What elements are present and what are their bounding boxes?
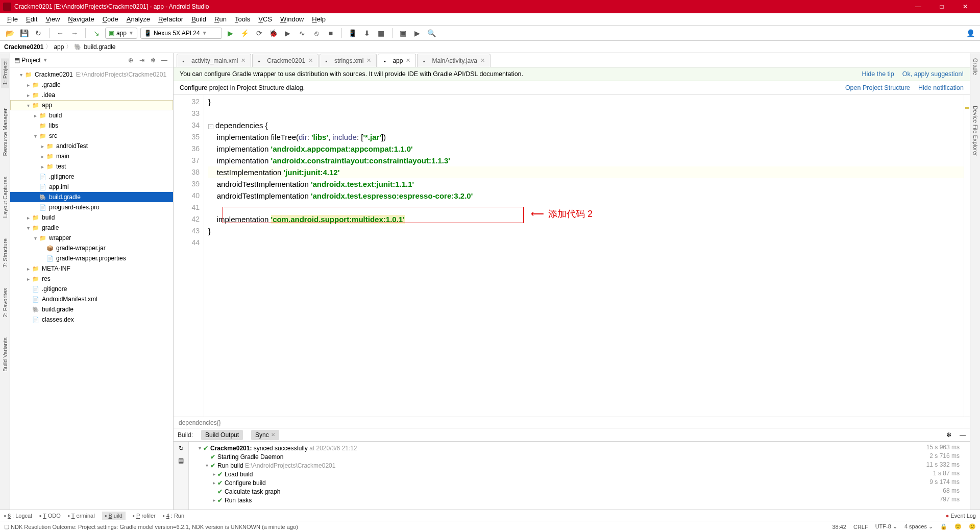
tree-node[interactable]: 📁libs (10, 120, 173, 131)
tree-node[interactable]: 📄gradle-wrapper.properties (10, 253, 173, 263)
build-node[interactable]: ✔Starting Gradle Daemon (189, 452, 914, 461)
tool-build-variants[interactable]: Build Variants (2, 337, 8, 372)
sdk-manager-icon[interactable]: ⬇ (361, 28, 373, 39)
project-tree[interactable]: ▾📁Crackme0201E:\AndroidProjects\Crackme0… (10, 67, 173, 510)
sync-icon[interactable]: ↻ (33, 28, 44, 39)
close-icon[interactable]: ✕ (366, 57, 371, 64)
menu-navigate[interactable]: Navigate (65, 14, 97, 24)
menu-code[interactable]: Code (100, 14, 121, 24)
device-selector[interactable]: 📱 Nexus 5X API 24 ▼ (140, 28, 222, 39)
encoding-selector[interactable]: UTF-8 ⌄ (875, 523, 897, 530)
tree-node[interactable]: ▸📁androidTest (10, 141, 173, 151)
project-view-selector[interactable]: Project (21, 57, 40, 64)
layout-inspector-icon[interactable]: ▣ (398, 28, 409, 39)
resource-manager-icon[interactable]: ▦ (376, 28, 387, 39)
bottom-tab-6-logcat[interactable]: ▪ 6: Logcat (4, 513, 32, 519)
hide-tip-link[interactable]: Hide the tip (862, 70, 894, 78)
coverage-icon[interactable]: ▶ (282, 28, 293, 39)
tool-7-structure[interactable]: 7: Structure (2, 238, 8, 268)
stop-icon[interactable]: ■ (325, 28, 336, 39)
apply-code-icon[interactable]: ⟳ (254, 28, 265, 39)
apply-suggestion-link[interactable]: Ok, apply suggestion! (902, 70, 964, 78)
menu-edit[interactable]: Edit (23, 14, 40, 24)
menu-file[interactable]: File (4, 14, 21, 24)
tree-node[interactable]: ▾📁Crackme0201E:\AndroidProjects\Crackme0… (10, 69, 173, 80)
tree-node[interactable]: 📄AndroidManifest.xml (10, 294, 173, 304)
error-stripe[interactable] (964, 95, 970, 417)
user-icon[interactable]: 👤 (965, 28, 976, 39)
build-node[interactable]: ▸✔Load build (189, 470, 914, 478)
build-tree[interactable]: ▾✔Crackme0201: synced successfully at 20… (189, 442, 914, 510)
close-icon[interactable]: ✕ (406, 57, 410, 64)
event-log-tab[interactable]: ● Event Log (946, 513, 976, 519)
editor-tab[interactable]: ▪Crackme0201✕ (252, 54, 318, 67)
editor-tab[interactable]: ▪app✕ (378, 54, 416, 67)
tool-gradle[interactable]: Gradle (972, 58, 978, 75)
tree-node[interactable]: 📄app.iml (10, 182, 173, 192)
tool-layout-captures[interactable]: Layout Captures (2, 177, 8, 218)
filter-icon[interactable]: ▤ (178, 457, 184, 464)
tree-node[interactable]: 🐘build.gradle (10, 192, 173, 202)
build-icon[interactable]: ↘ (91, 28, 102, 39)
cursor-position[interactable]: 38:42 (832, 524, 846, 530)
close-button[interactable]: ✕ (953, 0, 977, 13)
menu-view[interactable]: View (42, 14, 63, 24)
tool-device-file-explorer[interactable]: Device File Explorer (972, 106, 978, 156)
search-icon[interactable]: 🔍 (426, 28, 437, 39)
close-icon[interactable]: ✕ (480, 57, 485, 64)
face-icon[interactable]: 🙂 (954, 523, 962, 530)
menu-tools[interactable]: Tools (232, 14, 253, 24)
run-icon[interactable]: ▶ (225, 28, 236, 39)
settings-icon[interactable]: ✻ (946, 431, 951, 439)
debug-icon[interactable]: 🐞 (268, 28, 279, 39)
tree-node[interactable]: 📄proguard-rules.pro (10, 202, 173, 212)
bottom-tab-terminal[interactable]: ▪ Terminal (68, 513, 95, 519)
tree-node[interactable]: 📄.gitignore (10, 284, 173, 294)
tool-2-favorites[interactable]: 2: Favorites (2, 288, 8, 317)
hide-notification-link[interactable]: Hide notification (918, 84, 964, 91)
build-node[interactable]: ▾✔Crackme0201: synced successfully at 20… (189, 444, 914, 452)
bottom-tab-todo[interactable]: ▪ TODO (39, 513, 61, 519)
emulator-icon[interactable]: ▶ (412, 28, 423, 39)
avd-manager-icon[interactable]: 📱 (347, 28, 358, 39)
restart-icon[interactable]: ↻ (179, 445, 184, 452)
maximize-button[interactable]: □ (930, 0, 953, 13)
tree-node[interactable]: 📄classes.dex (10, 315, 173, 325)
tree-node[interactable]: ▸📁.idea (10, 90, 173, 100)
collapse-icon[interactable]: ⇥ (137, 56, 146, 65)
bottom-tab-profiler[interactable]: ▪ Profiler (133, 513, 156, 519)
face-sad-icon[interactable]: 🙁 (969, 523, 976, 530)
profile-icon[interactable]: ∿ (297, 28, 308, 39)
menu-vcs[interactable]: VCS (255, 14, 275, 24)
tree-node[interactable]: ▸📁.gradle (10, 80, 173, 90)
menu-run[interactable]: Run (211, 14, 230, 24)
tree-node[interactable]: 📄.gitignore (10, 172, 173, 182)
menu-help[interactable]: Help (309, 14, 329, 24)
editor-tab[interactable]: ▪strings.xml✕ (320, 54, 377, 67)
close-icon[interactable]: ✕ (271, 432, 275, 438)
tree-node[interactable]: ▸📁build (10, 110, 173, 120)
lock-icon[interactable]: 🔒 (940, 523, 947, 530)
code-body[interactable]: ⟵ 添加代码 2 }-dependencies { implementation… (204, 95, 964, 417)
build-node[interactable]: ✔Calculate task graph (189, 487, 914, 496)
forward-icon[interactable]: → (69, 28, 80, 39)
attach-icon[interactable]: ⎋ (311, 28, 322, 39)
tool-resource-manager[interactable]: Resource Manager (2, 108, 8, 156)
menu-analyze[interactable]: Analyze (124, 14, 153, 24)
build-node[interactable]: ▸✔Configure build (189, 478, 914, 487)
settings-icon[interactable]: ✻ (149, 56, 158, 65)
code-breadcrumb[interactable]: dependencies{} (174, 417, 970, 428)
build-output-tab[interactable]: Build Output (201, 430, 243, 440)
status-toggle-icon[interactable]: ▢ (4, 523, 9, 530)
close-icon[interactable]: ✕ (308, 57, 313, 64)
sync-tab[interactable]: Sync ✕ (251, 430, 279, 440)
save-icon[interactable]: 💾 (18, 28, 30, 39)
build-node[interactable]: ▸✔Run tasks (189, 496, 914, 504)
close-icon[interactable]: ✕ (241, 57, 246, 64)
tree-node[interactable]: 🐘build.gradle (10, 304, 173, 315)
line-gutter[interactable]: 32333435363738394041424344 (174, 95, 204, 417)
run-config-selector[interactable]: ▣ app ▼ (105, 28, 137, 39)
menu-window[interactable]: Window (277, 14, 307, 24)
minimize-button[interactable]: — (906, 0, 930, 13)
tree-node[interactable]: ▸📁main (10, 151, 173, 161)
